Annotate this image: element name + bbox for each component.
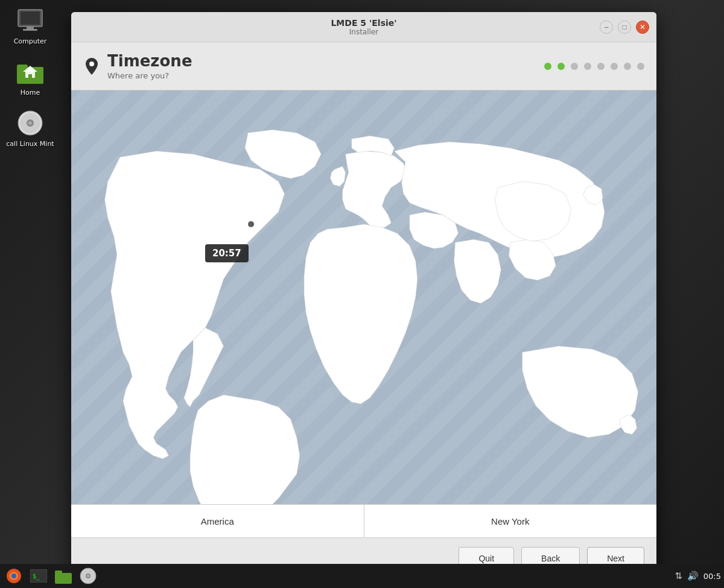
- desktop-icons-area: Computer Home: [0, 0, 60, 567]
- region-selector: America New York: [71, 504, 656, 537]
- timezone-subtitle: Where are you?: [107, 71, 192, 80]
- city-field[interactable]: New York: [364, 505, 657, 537]
- progress-dot-2: [557, 63, 565, 70]
- progress-dots: [544, 63, 644, 70]
- map-container[interactable]: 20:57: [71, 90, 656, 504]
- taskbar-item-browser[interactable]: [3, 566, 25, 586]
- maximize-button[interactable]: □: [618, 21, 631, 34]
- desktop: Computer Home: [0, 0, 724, 588]
- timezone-header-left: Timezone Where are you?: [83, 52, 192, 80]
- volume-icon[interactable]: 🔊: [687, 571, 699, 581]
- region-field[interactable]: America: [71, 505, 364, 537]
- computer-icon-label: Computer: [14, 37, 47, 45]
- installer-window: LMDE 5 'Elsie' Installer – □ ✕ Timezone …: [71, 12, 656, 579]
- svg-rect-3: [23, 29, 37, 31]
- desktop-icon-home[interactable]: Home: [16, 57, 45, 96]
- browser-icon: [6, 568, 22, 584]
- terminal-icon: $_: [30, 569, 47, 583]
- minimize-button[interactable]: –: [600, 21, 613, 34]
- install-icon-label: call Linux Mint: [6, 140, 54, 148]
- cd-icon: [80, 567, 97, 584]
- selected-timezone-dot: [248, 221, 254, 227]
- taskbar-item-terminal[interactable]: $_: [28, 566, 49, 586]
- svg-rect-5: [17, 65, 28, 69]
- computer-icon: [16, 6, 45, 35]
- svg-text:$_: $_: [33, 573, 40, 580]
- world-map-svg[interactable]: [71, 90, 656, 504]
- progress-dot-5: [597, 63, 605, 70]
- home-icon-label: Home: [21, 89, 40, 96]
- progress-dot-4: [584, 63, 591, 70]
- desktop-icon-install[interactable]: call Linux Mint: [6, 109, 54, 148]
- window-controls: – □ ✕: [600, 21, 649, 34]
- svg-rect-7: [28, 74, 32, 78]
- svg-rect-19: [55, 573, 72, 584]
- svg-point-16: [11, 574, 16, 578]
- location-pin-icon: [83, 57, 100, 76]
- taskbar-item-cd[interactable]: [77, 566, 99, 586]
- progress-dot-1: [544, 63, 551, 70]
- svg-point-11: [28, 121, 32, 125]
- window-title: LMDE 5 'Elsie': [331, 18, 396, 28]
- svg-rect-1: [21, 11, 40, 25]
- timezone-title-group: Timezone Where are you?: [107, 52, 192, 80]
- network-icon[interactable]: ⇅: [675, 571, 682, 581]
- home-folder-icon: [16, 57, 45, 86]
- cd-install-icon: [16, 109, 45, 138]
- progress-dot-3: [571, 63, 578, 70]
- progress-dot-6: [611, 63, 618, 70]
- timezone-title: Timezone: [107, 52, 192, 70]
- svg-rect-2: [27, 27, 34, 29]
- file-manager-icon: [55, 568, 72, 584]
- close-button[interactable]: ✕: [636, 21, 649, 34]
- progress-dot-8: [637, 63, 644, 70]
- timezone-header: Timezone Where are you?: [71, 42, 656, 90]
- taskbar: $_ ⇅ 🔊 00:5: [0, 564, 724, 588]
- svg-point-13: [89, 62, 94, 66]
- title-bar: LMDE 5 'Elsie' Installer – □ ✕: [71, 12, 656, 42]
- taskbar-clock: 00:5: [703, 572, 721, 581]
- taskbar-item-files[interactable]: [52, 566, 74, 586]
- svg-rect-20: [55, 571, 62, 574]
- svg-point-23: [87, 575, 89, 577]
- taskbar-system-area: ⇅ 🔊 00:5: [675, 571, 721, 581]
- progress-dot-7: [624, 63, 631, 70]
- desktop-icon-computer[interactable]: Computer: [14, 6, 47, 45]
- window-subtitle: Installer: [349, 28, 378, 36]
